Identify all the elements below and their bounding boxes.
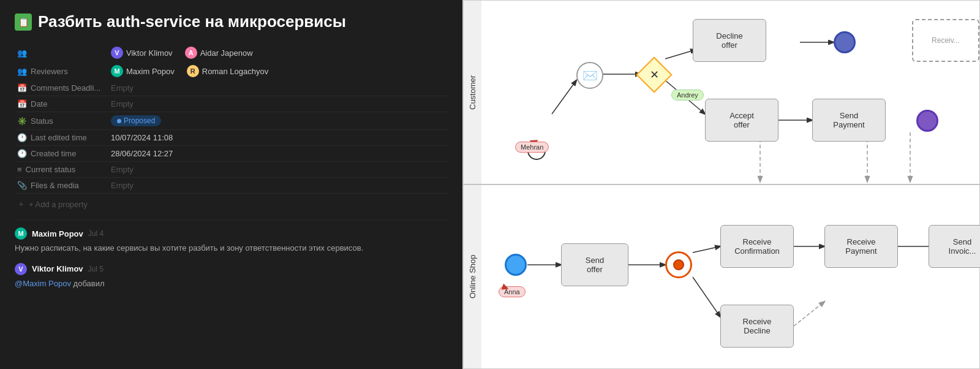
receive-dashed-box: Receiv... xyxy=(912,19,979,62)
online-shop-start-event xyxy=(505,254,527,276)
reviewers-label: 👥 Reviewers xyxy=(17,67,106,76)
reviewer-maxim[interactable]: M Maxim Popov xyxy=(111,65,175,77)
status-dot xyxy=(117,119,121,123)
send-payment-end-event xyxy=(916,110,938,132)
page-title: 📋 Разбить auth-service на микросервисы xyxy=(15,12,448,31)
assignees-label: 👥 xyxy=(17,48,106,58)
customer-lane: Customer xyxy=(462,0,980,184)
right-panel: Customer xyxy=(462,0,980,369)
gateway-inner-circle xyxy=(673,259,684,270)
assignees-row: 👥 V Viktor Klimov A Aidar Japenow xyxy=(15,44,448,62)
online-shop-lane-label: Online Shop xyxy=(463,185,481,368)
online-shop-lane-content: Anna ▶ Send offer Receive Confirmation xyxy=(481,185,979,368)
comment-2-header: V Viktor Klimov Jul 5 xyxy=(15,263,448,275)
divider xyxy=(15,219,448,220)
customer-lane-content: ▶ Mehran ✉️ ✕ Andrey xyxy=(481,1,979,184)
receive-payment-task: Receive Payment xyxy=(824,225,898,268)
svg-line-0 xyxy=(552,80,576,114)
current-status-label: ≡ Current status xyxy=(17,165,106,174)
add-property-button[interactable]: ＋ + Add a property xyxy=(15,196,448,212)
diagram-container: Customer xyxy=(462,0,980,369)
files-row: 📎 Files & media Empty xyxy=(15,178,448,194)
comment-2-avatar: V xyxy=(15,263,27,275)
avatar-viktor: V xyxy=(111,47,123,59)
status-row: ✳️ Status Proposed xyxy=(15,112,448,130)
title-icon: 📋 xyxy=(15,13,32,31)
assignee-viktor[interactable]: V Viktor Klimov xyxy=(111,47,173,59)
decline-end-event xyxy=(834,31,856,53)
reviewers-row: 👥 Reviewers M Maxim Popov R Roman Logach… xyxy=(15,62,448,80)
last-edited-row: 🕐 Last edited time 10/07/2024 11:08 xyxy=(15,130,448,146)
avatar-aidar: A xyxy=(185,47,197,59)
customer-gateway: ✕ xyxy=(636,56,672,93)
last-edited-label: 🕐 Last edited time xyxy=(17,133,106,142)
comments-deadline-label: 📅 Comments Deadli... xyxy=(17,83,106,93)
comments-deadline-row: 📅 Comments Deadli... Empty xyxy=(15,80,448,96)
assignee-aidar[interactable]: A Aidar Japenow xyxy=(185,47,253,59)
date-row: 📅 Date Empty xyxy=(15,96,448,112)
gateway-x-icon: ✕ xyxy=(650,68,659,82)
send-invoice-task: SendInvoic... xyxy=(929,225,980,268)
andrey-label: Andrey xyxy=(671,89,704,101)
svg-line-2 xyxy=(665,50,696,59)
svg-line-12 xyxy=(693,277,720,317)
reviewer-roman[interactable]: R Roman Logachyov xyxy=(187,65,268,77)
comment-2-text: @Maxim Popov добавил xyxy=(15,278,448,290)
accept-offer-task: Accept offer xyxy=(705,99,778,142)
created-time-row: 🕐 Created time 28/06/2024 12:27 xyxy=(15,146,448,162)
receive-confirmation-task: Receive Confirmation xyxy=(720,225,794,268)
send-payment-task: Send Payment xyxy=(812,99,886,142)
svg-line-15 xyxy=(794,302,824,326)
left-panel: 📋 Разбить auth-service на микросервисы 👥… xyxy=(0,0,462,369)
send-offer-task: Send offer xyxy=(561,243,628,286)
comment-1: M Maxim Popov Jul 4 Нужно расписать, на … xyxy=(15,227,448,254)
comment-1-text: Нужно расписать, на какие сервисы вы хот… xyxy=(15,242,448,254)
comment-1-avatar: M xyxy=(15,227,27,240)
decline-offer-task: Decline offer xyxy=(693,19,766,62)
avatar-maxim: M xyxy=(111,65,123,77)
files-label: 📎 Files & media xyxy=(17,181,106,190)
online-shop-gateway-event xyxy=(665,251,692,278)
receive-decline-task: Receive Decline xyxy=(720,305,794,348)
comment-1-header: M Maxim Popov Jul 4 xyxy=(15,227,448,240)
online-shop-lane: Online Shop xyxy=(462,184,980,369)
comment-section: M Maxim Popov Jul 4 Нужно расписать, на … xyxy=(15,227,448,357)
created-time-label: 🕐 Created time xyxy=(17,149,106,158)
avatar-roman: R xyxy=(187,65,199,77)
swim-lane-container: Customer xyxy=(462,0,980,369)
date-label: 📅 Date xyxy=(17,99,106,108)
status-badge[interactable]: Proposed xyxy=(111,115,161,126)
customer-msg-event: ✉️ xyxy=(576,62,603,89)
svg-line-11 xyxy=(693,246,720,253)
status-label: ✳️ Status xyxy=(17,116,106,126)
customer-lane-label: Customer xyxy=(463,1,481,184)
current-status-row: ≡ Current status Empty xyxy=(15,162,448,178)
comment-2: V Viktor Klimov Jul 5 @Maxim Popov добав… xyxy=(15,263,448,290)
mehran-label: Mehran xyxy=(515,142,549,153)
